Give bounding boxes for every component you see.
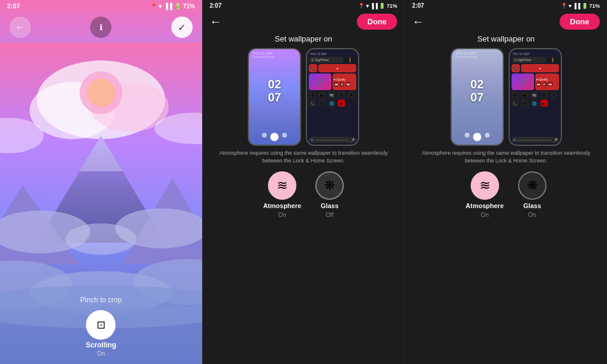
set-wallpaper-title-panel3: Set wallpaper on: [405, 34, 607, 43]
back-button-panel1[interactable]: ←: [9, 17, 31, 38]
lock-date: THU 13 SEP Get stuff done: [249, 49, 300, 61]
scroll-label: Scrolling: [86, 341, 116, 349]
status-bar-panel2: 2:07 📍♥▐▐🔋71%: [203, 0, 405, 11]
status-icons-panel2: 📍♥▐▐🔋71%: [358, 3, 397, 9]
top-bar-panel1: ← ℹ ✓: [0, 12, 202, 43]
panel-set-wallpaper-1: 2:07 📍♥▐▐🔋71% ← Done Set wallpaper on TH…: [202, 0, 405, 364]
atmosphere-option-panel3[interactable]: ≋ Atmosphere On: [466, 171, 504, 218]
lock-time-panel3: 0207: [452, 61, 503, 104]
done-button-panel2[interactable]: Done: [357, 14, 398, 30]
lock-bottom-icons-panel3: [452, 133, 503, 141]
glass-label-panel3: Glass: [523, 202, 541, 209]
svg-point-5: [87, 78, 115, 107]
atmosphere-notice-panel2: Atmosphere requires using the same wallp…: [203, 149, 405, 168]
home-screen-mock-panel3: THU 13 SEP ⏱ Gig#Timer 🚶 📞 ● 🎵 ♥ Spotify: [509, 48, 562, 146]
glass-sublabel-panel3: On: [528, 212, 536, 218]
home-screen-mock-panel2: THU 13 SEP ⏱ Gig#Timer 🚶 📞 ● 🎵 ♥ Spotify: [306, 48, 359, 146]
time-panel1: 2:07: [7, 2, 20, 9]
search-bar-home: G 🎤: [309, 137, 356, 143]
glass-sublabel-panel2: Off: [326, 212, 334, 218]
panel-wallpaper-preview: 2:07 📍 ♥ ▐▐ 🔋 71% ← ℹ ✓: [0, 0, 202, 364]
glass-icon-panel3[interactable]: ❋: [518, 171, 547, 200]
options-panel2: ≋ Atmosphere On ❋ Glass Off: [203, 168, 405, 223]
glass-icon-panel2[interactable]: ❋: [315, 171, 344, 200]
atmosphere-sublabel-panel2: On: [278, 212, 286, 218]
back-button-panel2[interactable]: ←: [210, 15, 222, 28]
bottom-controls: Pinch to crop ⊡ Scrolling On: [0, 291, 202, 364]
time-panel3: 2:07: [412, 2, 424, 9]
lock-bottom-icons: [249, 133, 300, 141]
atmosphere-option-panel2[interactable]: ≋ Atmosphere On: [263, 171, 301, 218]
atmosphere-icon-panel2[interactable]: ≋: [268, 171, 296, 200]
confirm-button[interactable]: ✓: [171, 17, 193, 38]
back-button-panel3[interactable]: ←: [412, 15, 424, 28]
status-icons-panel3: 📍♥▐▐🔋71%: [561, 3, 600, 9]
svg-point-14: [65, 223, 136, 255]
search-bar-home-panel3: G 🎤: [512, 137, 559, 143]
scroll-option[interactable]: ⊡ Scrolling On: [86, 310, 116, 357]
lock-screen-mock-panel3: THU 13 SEP Get stuff done 0207: [451, 48, 504, 146]
top-bar-panel3: ← Done: [405, 11, 607, 34]
status-bar-panel3: 2:07 📍♥▐▐🔋71%: [405, 0, 607, 11]
status-bar-panel1: 2:07 📍 ♥ ▐▐ 🔋 71%: [0, 0, 202, 12]
set-wallpaper-title-panel2: Set wallpaper on: [203, 34, 405, 43]
status-icons-panel1: 📍 ♥ ▐▐ 🔋 71%: [150, 3, 195, 9]
phones-preview-panel2: THU 13 SEP Get stuff done 0207 THU 13 SE…: [203, 48, 405, 146]
done-button-panel3[interactable]: Done: [560, 14, 600, 30]
glass-option-panel3[interactable]: ❋ Glass On: [518, 171, 547, 218]
atmosphere-label-panel2: Atmosphere: [263, 202, 301, 209]
atmosphere-notice-panel3: Atmosphere requires using the same wallp…: [405, 149, 607, 168]
lock-date-panel3: THU 13 SEP Get stuff done: [452, 49, 503, 61]
pinch-label: Pinch to crop: [80, 296, 122, 304]
lock-time: 0207: [249, 61, 300, 104]
panel-set-wallpaper-2: 2:07 📍♥▐▐🔋71% ← Done Set wallpaper on TH…: [404, 0, 607, 364]
atmosphere-label-panel3: Atmosphere: [466, 202, 504, 209]
lock-screen-mock-panel2: THU 13 SEP Get stuff done 0207: [248, 48, 301, 146]
glass-option-panel2[interactable]: ❋ Glass Off: [315, 171, 344, 218]
options-panel3: ≋ Atmosphere On ❋ Glass On: [405, 168, 607, 223]
scroll-icon-btn[interactable]: ⊡: [86, 310, 116, 340]
info-button[interactable]: ℹ: [90, 17, 111, 38]
scroll-sublabel: On: [97, 350, 105, 357]
atmosphere-icon-panel3[interactable]: ≋: [471, 171, 499, 200]
phones-preview-panel3: THU 13 SEP Get stuff done 0207 THU 13 SE…: [405, 48, 607, 146]
top-bar-panel2: ← Done: [203, 11, 405, 34]
glass-label-panel2: Glass: [321, 202, 338, 209]
atmosphere-sublabel-panel3: On: [481, 212, 488, 218]
home-widgets-panel3: THU 13 SEP ⏱ Gig#Timer 🚶 📞 ● 🎵 ♥ Spotify: [510, 49, 561, 110]
time-panel2: 2:07: [210, 2, 222, 9]
home-widgets: THU 13 SEP ⏱ Gig#Timer 🚶 📞 ● 🎵 ♥ Spotify: [307, 49, 358, 110]
